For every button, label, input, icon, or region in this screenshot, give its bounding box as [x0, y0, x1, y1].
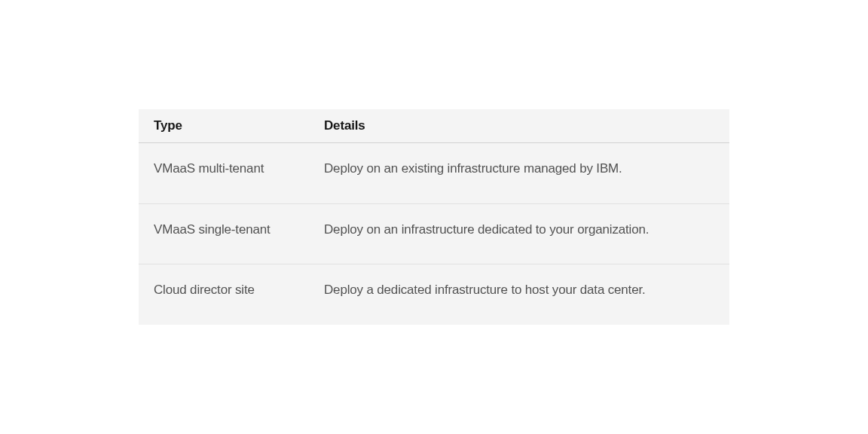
cell-type: VMaaS multi-tenant	[154, 160, 324, 178]
cell-details: Deploy on an infrastructure dedicated to…	[324, 221, 714, 239]
cell-details: Deploy on an existing infrastructure man…	[324, 160, 714, 178]
table-row: VMaaS multi-tenant Deploy on an existing…	[139, 143, 729, 204]
table-row: VMaaS single-tenant Deploy on an infrast…	[139, 204, 729, 265]
cell-details: Deploy a dedicated infrastructure to hos…	[324, 281, 714, 299]
header-type: Type	[154, 118, 324, 133]
header-details: Details	[324, 118, 714, 133]
deployment-types-table: Type Details VMaaS multi-tenant Deploy o…	[139, 109, 729, 325]
table-row: Cloud director site Deploy a dedicated i…	[139, 264, 729, 325]
table-header-row: Type Details	[139, 109, 729, 143]
cell-type: Cloud director site	[154, 281, 324, 299]
cell-type: VMaaS single-tenant	[154, 221, 324, 239]
